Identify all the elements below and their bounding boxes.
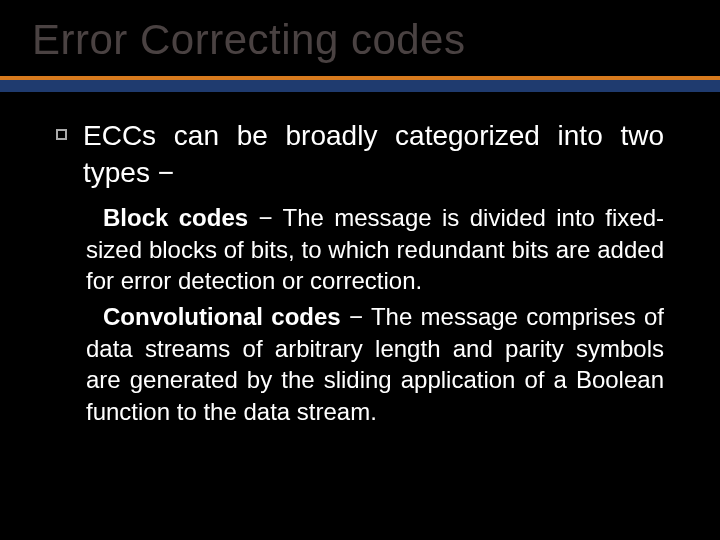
rule-blue xyxy=(0,80,720,92)
item-label: Convolutional codes xyxy=(103,303,341,330)
slide: Error Correcting codes ECCs can be broad… xyxy=(0,0,720,540)
intro-text: ECCs can be broadly categorized into two… xyxy=(83,118,664,192)
page-title: Error Correcting codes xyxy=(32,16,720,70)
intro-row: ECCs can be broadly categorized into two… xyxy=(56,118,664,192)
list-item: Convolutional codes − The message compri… xyxy=(86,301,664,428)
bullet-icon xyxy=(56,129,67,140)
bullet-icon xyxy=(86,211,99,224)
sub-list: Block codes − The message is divided int… xyxy=(56,202,664,428)
item-label: Block codes xyxy=(103,204,248,231)
bullet-icon xyxy=(86,310,99,323)
title-rule xyxy=(0,76,720,92)
title-area: Error Correcting codes xyxy=(0,0,720,70)
list-item: Block codes − The message is divided int… xyxy=(86,202,664,297)
body-content: ECCs can be broadly categorized into two… xyxy=(0,92,720,428)
